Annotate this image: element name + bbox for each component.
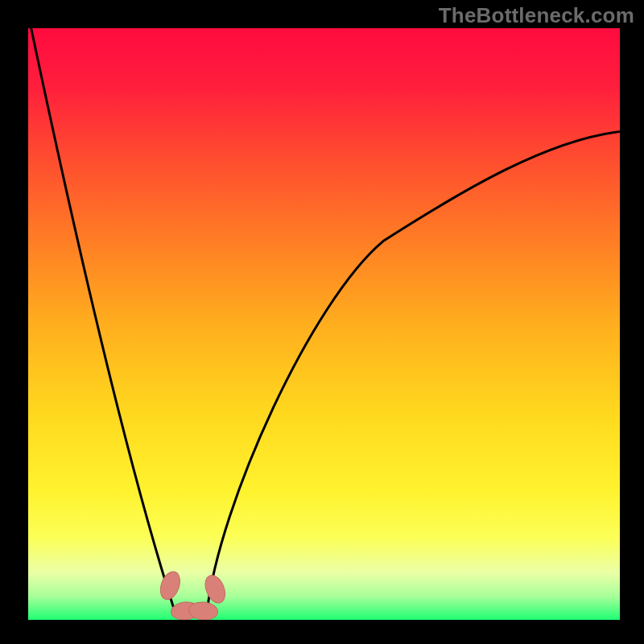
plot-canvas [28, 28, 620, 620]
gradient-background [28, 28, 620, 620]
watermark-text: TheBottleneck.com [439, 3, 634, 28]
chart-frame: TheBottleneck.com [0, 0, 644, 644]
